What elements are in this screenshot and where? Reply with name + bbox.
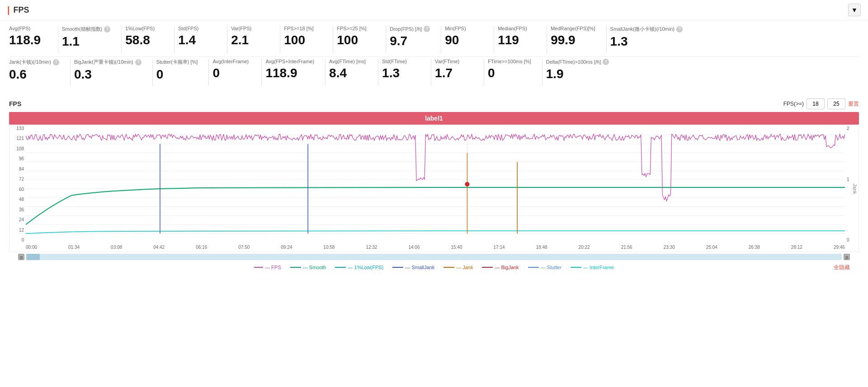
y-axis-tick: 96 — [19, 156, 24, 161]
legend-label-smalljank-legend: — SmallJank — [405, 265, 434, 270]
help-icon-smooth[interactable]: ? — [104, 26, 110, 33]
metric-fps18: FPS>=18 [%]100 — [284, 26, 329, 47]
jank-axis-label: Jank — [852, 183, 858, 194]
metric-divider — [325, 59, 326, 86]
scrollbar-left-handle[interactable]: ||| — [18, 254, 24, 260]
x-axis-tick: 03:08 — [111, 245, 122, 250]
legend-interframe-legend[interactable]: — InterFrame — [571, 265, 614, 270]
metric-bigjank: BigJank(严重卡顿)(/10min)?0.3 — [74, 59, 149, 82]
metric-smalljank: SmallJank(微小卡顿)(/10min)?1.3 — [610, 26, 690, 49]
legend-smooth-legend[interactable]: — Smooth — [290, 265, 326, 270]
metric-label-smooth: Smooth(稳帧指数)? — [62, 26, 110, 33]
y-axis-tick: 24 — [19, 217, 24, 222]
y-axis-tick: 48 — [19, 197, 24, 202]
y-axis-right-tick: 1 — [847, 177, 849, 182]
metric-label-delta-ftime: Delta(FTime)>100ms [/h]? — [546, 59, 609, 65]
metric-value-avg-fps-interframe: 118.9 — [265, 66, 297, 80]
metric-label-var-fps: Var(FPS) — [231, 26, 251, 31]
x-axis-tick: 17:14 — [494, 245, 505, 250]
x-axis-tick: 23:30 — [664, 245, 675, 250]
x-axis-tick: 09:24 — [281, 245, 292, 250]
metric-avg-interframe: Avg(InterFrame)0 — [212, 59, 258, 80]
metric-label-low1: 1%Low(FPS) — [125, 26, 155, 31]
chart-header: FPS FPS(>=) 重置 — [9, 98, 859, 109]
show-all-button[interactable]: 全隐藏 — [834, 264, 850, 271]
y-axis-right-tick: 0 — [847, 238, 849, 242]
y-axis-tick: 133 — [16, 126, 24, 131]
y-axis-tick: 84 — [19, 167, 24, 172]
metric-value-avg-ftime: 8.4 — [329, 66, 347, 80]
metric-drop-fps: Drop(FPS) [/h]?9.7 — [390, 26, 437, 48]
metric-divider — [378, 59, 378, 86]
chart-svg — [26, 126, 845, 242]
fps-threshold-label: FPS(>=) — [783, 101, 804, 107]
metric-label-avg-fps-interframe: Avg(FPS+InterFrame) — [265, 59, 314, 64]
help-icon-jank[interactable]: ? — [53, 59, 59, 65]
fps25-input[interactable] — [827, 98, 845, 109]
help-icon-delta-ftime[interactable]: ? — [603, 59, 609, 65]
legend-stutter-legend[interactable]: — Stutter — [528, 265, 561, 270]
legend-label-smooth-legend: — Smooth — [303, 265, 326, 270]
y-axis-tick: 0 — [21, 238, 24, 242]
x-axis-tick: 29:46 — [834, 245, 845, 250]
x-axis-tick: 15:40 — [451, 245, 462, 250]
help-icon-smalljank[interactable]: ? — [676, 26, 683, 33]
metric-ftime100: FTime>=100ms [%]0 — [488, 59, 538, 80]
metric-label-ftime100: FTime>=100ms [%] — [488, 59, 531, 64]
fps18-input[interactable] — [807, 98, 825, 109]
metric-divider — [547, 26, 547, 53]
x-axis-tick: 01:34 — [68, 245, 80, 250]
reset-button[interactable]: 重置 — [848, 100, 859, 108]
metric-label-avg-ftime: Avg(FTime) [ms] — [329, 59, 366, 64]
scrollbar-wrap: ||| ||| — [9, 254, 859, 260]
metric-value-fps18: 100 — [284, 33, 305, 47]
help-icon-drop-fps[interactable]: ? — [424, 26, 430, 32]
metric-low1: 1%Low(FPS)58.8 — [125, 26, 170, 47]
metric-value-delta-ftime: 1.9 — [546, 67, 564, 81]
metric-value-smalljank: 1.3 — [610, 34, 628, 49]
metric-label-median-fps: Median(FPS) — [498, 26, 527, 31]
metric-divider — [152, 59, 153, 86]
y-axis-left: 13312110896847260483624120 — [9, 126, 26, 242]
metric-min-fps: Min(FPS)90 — [445, 26, 490, 47]
low1-chart-line — [26, 231, 845, 233]
metric-value-smooth: 1.1 — [62, 34, 80, 49]
legend-smalljank-legend[interactable]: — SmallJank — [392, 265, 434, 270]
scrollbar-track[interactable] — [26, 254, 842, 260]
scrollbar-thumb[interactable] — [26, 254, 40, 260]
metric-label-fps25: FPS>=25 [%] — [337, 26, 366, 31]
metric-divider — [542, 59, 542, 86]
x-axis-tick: 20:22 — [579, 245, 590, 250]
metric-var-fps: Var(FPS)2.1 — [231, 26, 276, 47]
x-axis-tick: 14:06 — [408, 245, 420, 250]
metric-divider — [333, 26, 333, 53]
scrollbar-right-handle[interactable]: ||| — [844, 254, 850, 260]
metric-label-bigjank: BigJank(严重卡顿)(/10min)? — [74, 59, 142, 65]
chart-canvas — [26, 126, 845, 242]
metrics-row-1: Avg(FPS)118.9Smooth(稳帧指数)?1.11%Low(FPS)5… — [9, 26, 859, 53]
header-bar: FPS ▼ — [0, 0, 868, 20]
x-axis-tick: 06:16 — [196, 245, 207, 250]
metric-var-ftime: Var(FTime)1.7 — [435, 59, 480, 80]
metric-stutter: Stutter(卡频率) [%]0 — [156, 59, 205, 82]
metric-label-fps18: FPS>=18 [%] — [284, 26, 313, 31]
metric-value-low1: 58.8 — [125, 33, 150, 47]
page-title: FPS — [7, 5, 29, 15]
metric-divider — [208, 59, 209, 86]
legend: — FPS— Smooth— 1%Low(FPS)— SmallJank— Ja… — [9, 262, 859, 273]
x-axis-tick: 12:32 — [366, 245, 377, 250]
x-axis-tick: 25:04 — [706, 245, 717, 250]
legend-bigjank-legend[interactable]: — BigJank — [482, 265, 519, 270]
x-axis-tick: 18:48 — [536, 245, 547, 250]
fps-threshold-control: FPS(>=) 重置 — [783, 98, 859, 109]
metric-divider — [58, 26, 58, 53]
help-icon-bigjank[interactable]: ? — [135, 59, 142, 65]
collapse-button[interactable]: ▼ — [848, 4, 861, 16]
legend-low1-legend[interactable]: — 1%Low(FPS) — [335, 265, 383, 270]
metric-label-std-fps: Std(FPS) — [178, 26, 198, 31]
legend-jank-legend[interactable]: — Jank — [443, 265, 473, 270]
legend-fps-legend[interactable]: — FPS — [254, 265, 281, 270]
metrics-section-1: Avg(FPS)118.9Smooth(稳帧指数)?1.11%Low(FPS)5… — [0, 20, 868, 95]
x-axis-tick: 21:56 — [621, 245, 632, 250]
legend-container: — FPS— Smooth— 1%Low(FPS)— SmallJank— Ja… — [9, 262, 859, 273]
